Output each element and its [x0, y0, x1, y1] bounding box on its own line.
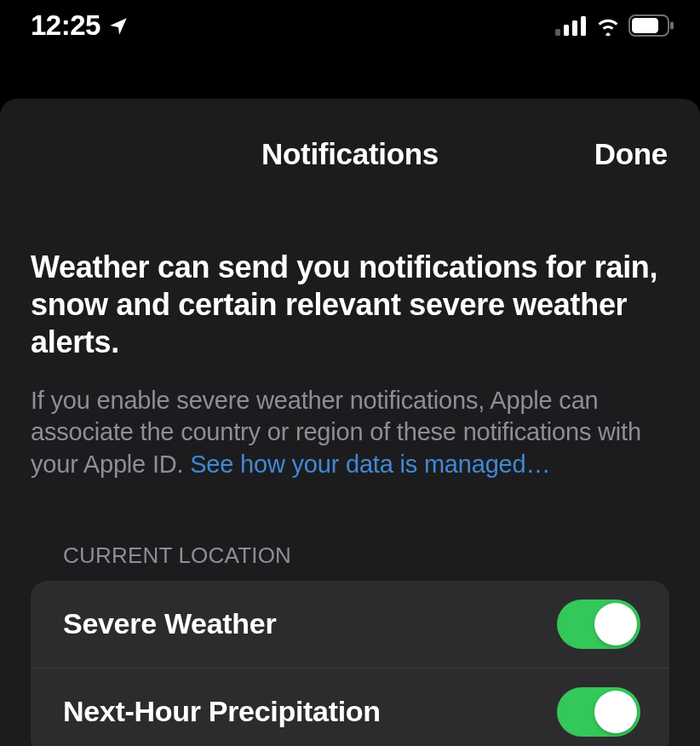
intro-heading: Weather can send you notifications for r…	[31, 249, 669, 361]
svg-rect-3	[581, 16, 586, 36]
svg-rect-0	[555, 29, 560, 36]
toggle-severe-weather[interactable]	[557, 600, 640, 649]
row-label-severe-weather: Severe Weather	[63, 607, 276, 640]
status-bar: 12:25	[0, 0, 700, 51]
svg-rect-6	[670, 22, 674, 30]
intro-section: Weather can send you notifications for r…	[0, 249, 700, 481]
status-bar-right	[555, 14, 674, 37]
intro-body: If you enable severe weather notificatio…	[31, 385, 669, 481]
toggle-next-hour-precipitation[interactable]	[557, 687, 640, 737]
row-next-hour-precipitation: Next-Hour Precipitation	[31, 668, 669, 746]
status-time: 12:25	[31, 9, 100, 42]
status-bar-left: 12:25	[31, 9, 129, 42]
svg-rect-1	[564, 25, 569, 36]
toggle-knob	[594, 691, 637, 733]
battery-icon	[628, 14, 674, 37]
done-button[interactable]: Done	[594, 137, 668, 171]
row-label-next-hour: Next-Hour Precipitation	[63, 695, 381, 728]
sheet-header: Notifications Done	[0, 131, 700, 177]
svg-rect-5	[632, 18, 658, 33]
row-severe-weather: Severe Weather	[31, 581, 669, 668]
data-management-link[interactable]: See how your data is managed…	[190, 450, 550, 478]
settings-sheet: Notifications Done Weather can send you …	[0, 99, 700, 746]
cellular-signal-icon	[555, 15, 588, 36]
toggle-knob	[594, 603, 637, 646]
location-arrow-icon	[107, 15, 129, 37]
settings-group-current-location: Severe Weather Next-Hour Precipitation	[31, 581, 669, 746]
svg-rect-2	[572, 20, 577, 36]
section-header-current-location: CURRENT LOCATION	[0, 542, 700, 569]
wifi-icon	[594, 15, 622, 36]
sheet-title: Notifications	[261, 137, 439, 171]
